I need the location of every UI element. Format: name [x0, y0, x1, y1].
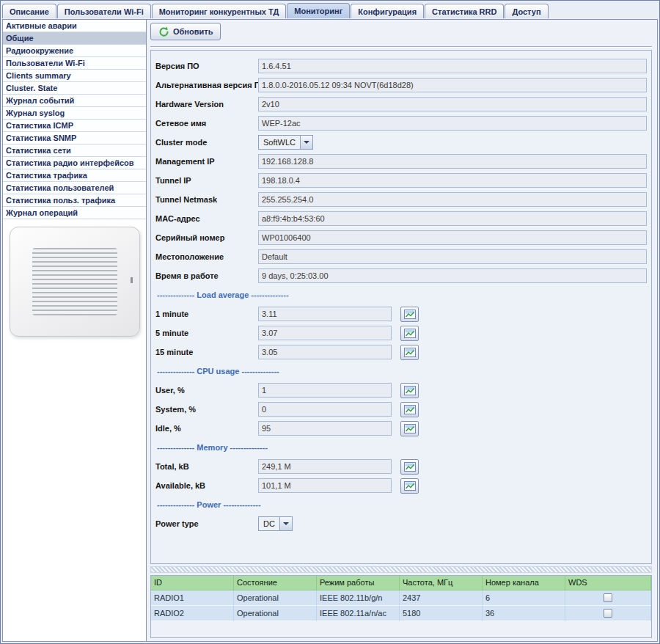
sidebar-item-label: Журнал событий [6, 96, 74, 105]
field-value[interactable]: 0 [258, 402, 392, 417]
radio-table-panel: IDСостояниеРежим работыЧастота, МГцНомер… [150, 575, 652, 638]
tab-label: Описание [10, 7, 49, 16]
refresh-button[interactable]: Обновить [150, 23, 221, 40]
sidebar-item-7[interactable]: Журнал syslog [3, 107, 146, 120]
tab-4[interactable]: Конфигурация [351, 4, 424, 18]
form-row: Management IP192.168.128.8 [154, 152, 647, 171]
section-separator-label: -------------- Power -------------- [157, 500, 261, 509]
sidebar-item-6[interactable]: Журнал событий [3, 95, 146, 107]
field-value[interactable]: 3.07 [258, 326, 392, 340]
sidebar-item-14[interactable]: Статистика польз. трафика [3, 194, 146, 207]
form-row: Время в работе9 days, 0:25:03.00 [154, 266, 647, 285]
sidebar-item-4[interactable]: Clients summary [3, 70, 146, 82]
form-row: Версия ПО1.6.4.51 [154, 56, 647, 76]
field-value[interactable]: 2v10 [258, 97, 647, 111]
field-value[interactable]: 1 [258, 383, 392, 398]
chart-button[interactable] [400, 307, 419, 322]
table-row[interactable]: RADIO2OperationalIEEE 802.11a/n/ac518036 [151, 606, 651, 621]
sidebar-item-10[interactable]: Статистика сети [3, 144, 146, 157]
sidebar-item-label: Статистика радио интерфейсов [6, 158, 134, 167]
section-separator-label: -------------- Load average ------------… [157, 290, 289, 299]
tab-1[interactable]: Пользователи Wi-Fi [57, 4, 151, 18]
dropdown-select[interactable]: SoftWLC [258, 135, 313, 150]
chart-button[interactable] [400, 326, 419, 341]
chart-button[interactable] [400, 402, 419, 417]
chevron-down-icon[interactable] [279, 517, 292, 530]
wds-checkbox[interactable] [604, 609, 612, 618]
dropdown-selected-value: SoftWLC [259, 136, 300, 149]
field-value[interactable]: Default [258, 249, 647, 264]
field-label: Местоположение [154, 252, 258, 261]
chart-button[interactable] [400, 421, 419, 436]
tab-5[interactable]: Статистика RRD [425, 4, 504, 18]
tab-3[interactable]: Мониторинг [287, 3, 350, 18]
sidebar-item-5[interactable]: Cluster. State [3, 82, 146, 95]
column-header: Состояние [234, 576, 317, 590]
field-label: 15 minute [154, 348, 258, 356]
tab-2[interactable]: Мониторинг конкурентных ТД [152, 4, 287, 18]
chart-button[interactable] [400, 383, 419, 398]
sidebar-item-9[interactable]: Статистика SNMP [3, 132, 146, 144]
column-header: ID [151, 576, 234, 590]
sidebar-item-12[interactable]: Статистика трафика [3, 169, 146, 182]
field-value[interactable]: 3.11 [258, 307, 392, 321]
tab-0[interactable]: Описание [2, 4, 56, 18]
panel-splitter[interactable] [150, 566, 652, 573]
dropdown-select[interactable]: DC [258, 516, 293, 531]
form-row: User, %1 [154, 381, 647, 400]
sidebar-item-0[interactable]: Активные аварии [3, 20, 146, 32]
device-vents [32, 248, 117, 315]
field-value[interactable]: 198.18.0.4 [258, 173, 647, 188]
sidebar-item-3[interactable]: Пользователи Wi-Fi [3, 57, 146, 70]
field-value[interactable]: 192.168.128.8 [258, 154, 647, 169]
field-value[interactable]: 95 [258, 421, 392, 436]
field-value[interactable]: 1.8.0.0-2016.05.12 09:34 NOVT(6d18d28) [258, 78, 647, 92]
column-header: WDS [565, 576, 651, 590]
table-cell-mode: IEEE 802.11b/g/n [317, 590, 400, 606]
tab-6[interactable]: Доступ [505, 4, 548, 18]
device-image [10, 227, 140, 337]
field-label: Альтернативная версия ПО [154, 81, 258, 89]
radio-table-body: RADIO1OperationalIEEE 802.11b/g/n24376RA… [151, 590, 651, 621]
field-label: 5 minute [154, 329, 258, 337]
sidebar-item-label: Статистика трафика [6, 171, 87, 180]
sidebar-item-13[interactable]: Статистика пользователей [3, 182, 146, 194]
table-cell-wds [565, 606, 651, 621]
form-row: Power typeDC [154, 514, 647, 533]
column-header: Режим работы [317, 576, 400, 590]
form-row: System, %0 [154, 400, 647, 419]
form-row: МестоположениеDefault [154, 247, 647, 266]
sidebar-item-15[interactable]: Журнал операций [3, 207, 146, 219]
line-chart-icon [404, 481, 416, 491]
table-row[interactable]: RADIO1OperationalIEEE 802.11b/g/n24376 [151, 590, 651, 606]
sidebar-item-11[interactable]: Статистика радио интерфейсов [3, 157, 146, 169]
sidebar-item-label: Пользователи Wi-Fi [6, 59, 85, 67]
sidebar-item-2[interactable]: Радиоокружение [3, 45, 146, 57]
field-value[interactable]: 3.05 [258, 345, 392, 359]
field-value[interactable]: WP01006400 [258, 230, 647, 245]
table-cell-channel: 6 [483, 590, 565, 606]
sidebar-item-8[interactable]: Статистика ICMP [3, 120, 146, 132]
sidebar-item-1[interactable]: Общие [3, 32, 146, 45]
field-value[interactable]: 1.6.4.51 [258, 59, 647, 73]
chevron-down-icon[interactable] [300, 136, 312, 149]
chart-button[interactable] [400, 459, 419, 475]
form-row: Tunnel IP198.18.0.4 [154, 171, 647, 190]
field-value[interactable]: 101,1 M [258, 478, 392, 493]
field-value[interactable]: 9 days, 0:25:03.00 [258, 268, 647, 283]
field-value[interactable]: 255.255.254.0 [258, 192, 647, 207]
form-row: Available, kB101,1 M [154, 476, 647, 495]
table-cell-freq: 2437 [400, 590, 483, 606]
field-value[interactable]: 249,1 M [258, 459, 392, 474]
tab-label: Доступ [512, 7, 540, 16]
field-value[interactable]: WEP-12ac [258, 116, 647, 131]
field-label: Management IP [154, 157, 258, 166]
line-chart-icon [404, 386, 416, 395]
sidebar-item-label: Статистика ICMP [6, 121, 73, 130]
wds-checkbox[interactable] [604, 593, 612, 602]
field-value[interactable]: a8:f9:4b:b4:53:60 [258, 211, 647, 226]
form-row: 5 minute3.07 [154, 323, 647, 343]
chart-button[interactable] [400, 478, 419, 494]
column-header: Частота, МГц [400, 576, 483, 590]
chart-button[interactable] [400, 345, 419, 360]
